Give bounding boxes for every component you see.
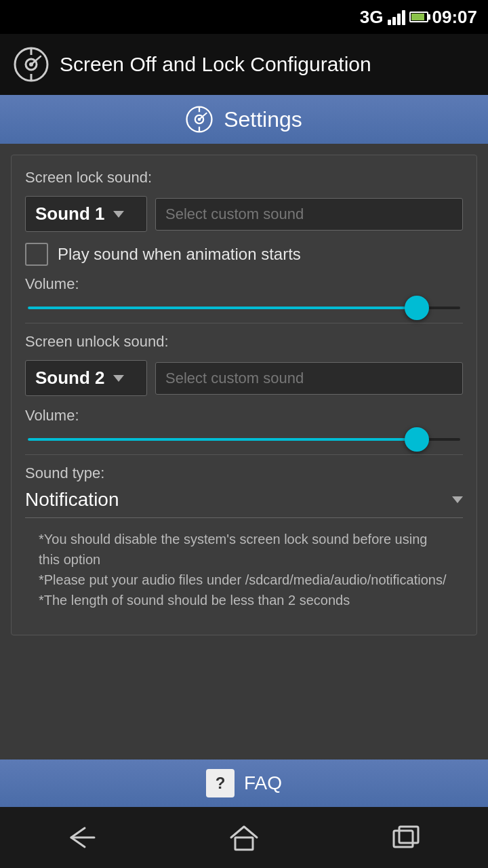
volume2-label: Volume: — [25, 407, 463, 425]
app-icon — [14, 47, 49, 82]
signal-icon — [388, 9, 405, 25]
settings-header: Settings — [0, 95, 488, 144]
volume1-slider-container — [25, 307, 463, 309]
volume2-slider-container — [25, 438, 463, 441]
volume1-label: Volume: — [25, 275, 463, 293]
sound-type-dropdown[interactable]: Notification — [25, 489, 463, 518]
volume2-slider-track[interactable] — [28, 438, 460, 441]
screen-unlock-label: Screen unlock sound: — [25, 333, 463, 351]
settings-card: Screen lock sound: Sound 1 Select custom… — [11, 155, 477, 635]
faq-icon: ? — [206, 769, 235, 797]
clock: 09:07 — [432, 7, 478, 28]
svg-rect-13 — [394, 831, 413, 847]
settings-title: Settings — [224, 107, 302, 132]
divider1 — [25, 323, 463, 323]
sound1-selector-row: Sound 1 Select custom sound — [25, 196, 463, 232]
signal-label: 3G — [360, 7, 384, 28]
faq-footer[interactable]: ? FAQ — [0, 760, 488, 807]
sound2-custom-sound-button[interactable]: Select custom sound — [155, 362, 463, 395]
svg-rect-12 — [235, 837, 253, 850]
svg-rect-14 — [399, 827, 418, 843]
sound-type-section: Sound type: Notification — [25, 465, 463, 518]
main-content: Screen lock sound: Sound 1 Select custom… — [0, 144, 488, 760]
screen-unlock-section: Screen unlock sound: Sound 2 Select cust… — [25, 333, 463, 441]
sound1-value: Sound 1 — [35, 203, 105, 224]
status-icons: 3G 09:07 — [360, 7, 477, 28]
back-button[interactable] — [54, 817, 108, 858]
sound2-value: Sound 2 — [35, 368, 105, 389]
info-line2: *Please put your audio files under /sdca… — [39, 570, 449, 590]
nav-bar — [0, 807, 488, 868]
status-bar: 3G 09:07 — [0, 0, 488, 34]
volume1-slider-fill — [28, 307, 417, 309]
sound1-custom-sound-button[interactable]: Select custom sound — [155, 198, 463, 231]
recents-button[interactable] — [380, 817, 434, 858]
app-header: Screen Off and Lock Configuration — [0, 34, 488, 95]
battery-icon — [409, 12, 428, 22]
animation-checkbox-row: Play sound when animation starts — [25, 243, 463, 266]
animation-checkbox[interactable] — [25, 243, 48, 266]
home-button[interactable] — [217, 817, 271, 858]
divider2 — [25, 454, 463, 455]
sound2-dropdown-arrow — [113, 375, 124, 382]
volume1-slider-track[interactable] — [28, 307, 460, 309]
faq-label: FAQ — [244, 772, 282, 794]
sound2-dropdown[interactable]: Sound 2 — [25, 360, 147, 396]
battery-fill — [411, 14, 424, 20]
info-line3: *The length of sound should be less than… — [39, 590, 449, 610]
volume2-slider-thumb[interactable] — [405, 427, 429, 452]
screen-lock-label: Screen lock sound: — [25, 169, 463, 186]
sound-type-value: Notification — [25, 489, 452, 511]
sound1-dropdown-arrow — [113, 211, 124, 218]
sound-type-arrow — [452, 496, 463, 503]
sound-type-label: Sound type: — [25, 465, 463, 482]
info-text: *You should disable the system's screen … — [25, 518, 463, 621]
info-line1: *You should disable the system's screen … — [39, 529, 449, 570]
volume2-slider-fill — [28, 438, 417, 441]
volume1-slider-thumb[interactable] — [405, 296, 429, 320]
screen-lock-section: Screen lock sound: Sound 1 Select custom… — [25, 169, 463, 309]
animation-checkbox-label: Play sound when animation starts — [58, 245, 301, 264]
settings-icon — [186, 106, 213, 133]
sound1-dropdown[interactable]: Sound 1 — [25, 196, 147, 232]
sound2-selector-row: Sound 2 Select custom sound — [25, 360, 463, 396]
app-title: Screen Off and Lock Configuration — [60, 53, 371, 76]
